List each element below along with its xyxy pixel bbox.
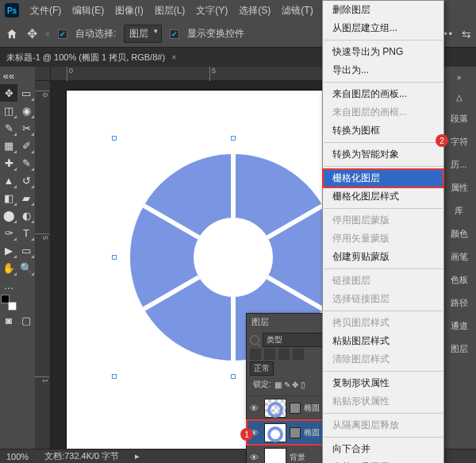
panel-tab-character[interactable]: 字符 [451,136,468,148]
menu-edit[interactable]: 编辑(E) [72,4,104,17]
layer-mask-thumbnail[interactable] [290,403,301,414]
ruler-origin[interactable] [35,67,51,81]
menu-separator [324,166,443,167]
layer-thumbnail[interactable] [264,399,286,418]
panel-tab-brushes[interactable]: 画笔 [451,251,468,263]
eraser-tool[interactable]: ◧ [0,189,17,206]
menu-layer[interactable]: 图层(L) [155,4,186,17]
lock-icons[interactable]: ▦ ✎ ✥ ▯ [274,380,305,389]
move-tool-icon[interactable]: ✥ [27,26,37,41]
menu-text[interactable]: 文字(Y) [196,4,228,17]
context-menu-item[interactable]: 删除图层 [323,1,443,19]
panel-tab-libraries[interactable]: 库 [455,205,463,217]
path-select-tool[interactable]: ▶ [0,241,17,259]
quickmask-icon[interactable]: ◙ [0,311,17,329]
target-dropdown[interactable]: 图层 [124,25,162,43]
panel-tab-history[interactable]: 历... [451,159,466,171]
move-tool[interactable]: ✥ [0,84,17,102]
spot-heal-tool[interactable]: ✚ [0,154,17,172]
frame-tool[interactable]: ▦ [0,137,17,154]
history-brush-tool[interactable]: ↺ [17,172,35,189]
edit-toolbar-icon[interactable]: … [0,276,17,294]
panel-tab-paths[interactable]: 路径 [451,297,468,309]
visibility-icon[interactable]: 👁 [250,453,261,462]
zoom-level[interactable]: 100% [6,452,29,461]
quick-select-tool[interactable]: ✎ [0,119,17,137]
panel-tab-layers[interactable]: 图层 [451,343,468,355]
layer-name[interactable]: 背景 [290,452,305,463]
panel-tab-properties[interactable]: 属性 [451,182,468,194]
context-menu-item: 从隔离图层释放 [323,416,443,434]
layer-thumbnail[interactable] [264,423,286,442]
context-menu-item[interactable]: 来自图层的画板... [323,85,443,103]
brush-tool[interactable]: ✎ [17,154,35,172]
show-transform-checkbox[interactable]: ✔ [170,29,179,39]
callout-badge-2: 2 [436,134,448,147]
home-icon[interactable] [5,28,19,41]
doc-info[interactable]: 文档:732.4K/0 字节 [44,450,119,462]
context-menu-item[interactable]: 栅格化图层样式 [323,187,443,206]
panel-tab-color[interactable]: 颜色 [451,228,468,240]
share-icon[interactable]: ⇆ [462,28,471,41]
context-menu-item[interactable]: 创建剪贴蒙版 [323,248,443,266]
menu-image[interactable]: 图像(I) [115,4,143,17]
status-chevron-icon[interactable]: ▸ [135,451,140,461]
layer-name[interactable]: 椭圆 [304,427,320,438]
panel-tab-paragraph[interactable]: 段落 [451,113,468,125]
dodge-tool[interactable]: ◐ [17,206,35,224]
context-menu-item: 选择链接图层 [323,290,443,308]
auto-select-checkbox[interactable]: ✔ [58,29,67,39]
context-menu-item[interactable]: 粘贴图层样式 [323,332,443,350]
context-menu-item: 来自图层的画框... [323,103,443,122]
expand-panels-icon[interactable]: » [457,73,462,82]
panel-tab-swatches[interactable]: 色板 [451,274,468,286]
visibility-icon[interactable]: 👁 [250,403,261,413]
blur-tool[interactable]: ⬤ [0,206,17,224]
shape-tool[interactable]: ▭ [17,241,35,259]
layer-name[interactable]: 椭圆 [304,403,320,414]
context-menu-item[interactable]: 栅格化图层 [323,169,443,187]
search-icon[interactable] [250,335,259,345]
context-menu-item[interactable]: 转换为智能对象 [323,145,443,164]
panel-tab-channels[interactable]: 通道 [451,320,468,332]
context-menu-item[interactable]: 快速导出为 PNG [323,43,443,61]
menu-separator [324,208,443,209]
pen-tool[interactable]: ✑ [0,224,17,241]
menu-select[interactable]: 选择(S) [239,4,271,17]
gradient-tool[interactable]: ▰ [17,189,35,206]
context-menu-item[interactable]: 向下合并 [323,440,443,458]
type-tool[interactable]: T [17,224,35,241]
zoom-tool[interactable]: 🔍 [17,259,35,276]
context-menu-item[interactable]: 转换为图框 [323,122,443,140]
marquee-tool[interactable]: ◫ [0,102,17,119]
blend-mode-dropdown[interactable]: 正常 [250,361,274,376]
context-menu-item[interactable]: 合并可见图层 [323,458,443,463]
screenmode-icon[interactable]: ▢ [17,311,35,329]
svg-point-7 [269,428,282,441]
context-menu-item[interactable]: 复制形状属性 [323,374,443,392]
stamp-tool[interactable]: ▲ [0,172,17,189]
context-menu-item[interactable]: 从图层建立组... [323,19,443,37]
ruler-h-tick: 5 [209,67,216,81]
ruler-v-tick: 5 [35,233,49,240]
hand-tool[interactable]: ✋ [0,259,17,276]
context-menu-item: 拷贝图层样式 [323,314,443,332]
tools-panel: «« ✥▭ ◫◉ ✎✂ ▦✐ ✚✎ ▲↺ ◧▰ ⬤◐ ✑T ▶▭ ✋🔍 … ◙▢ [0,67,35,449]
menu-separator [324,311,443,311]
ruler-vertical[interactable]: 0 5 1 [35,81,51,449]
crop-tool[interactable]: ✂ [17,119,35,137]
app-logo: Ps [5,3,19,17]
lasso-tool[interactable]: ◉ [17,102,35,119]
context-menu-item[interactable]: 导出为... [323,61,443,79]
share-panel-icon[interactable]: △ [456,93,463,102]
layer-mask-thumbnail[interactable] [290,427,301,438]
menu-filter[interactable]: 滤镜(T) [282,4,313,17]
layer-thumbnail[interactable] [264,448,286,463]
fg-bg-swatch[interactable] [0,294,17,311]
close-tab-icon[interactable]: × [171,52,176,62]
callout-badge-1: 1 [240,428,253,441]
artboard-tool[interactable]: ▭ [17,84,35,102]
menu-file[interactable]: 文件(F) [30,4,61,17]
collapse-icon[interactable]: «« [0,67,17,84]
eyedropper-tool[interactable]: ✐ [17,137,35,154]
